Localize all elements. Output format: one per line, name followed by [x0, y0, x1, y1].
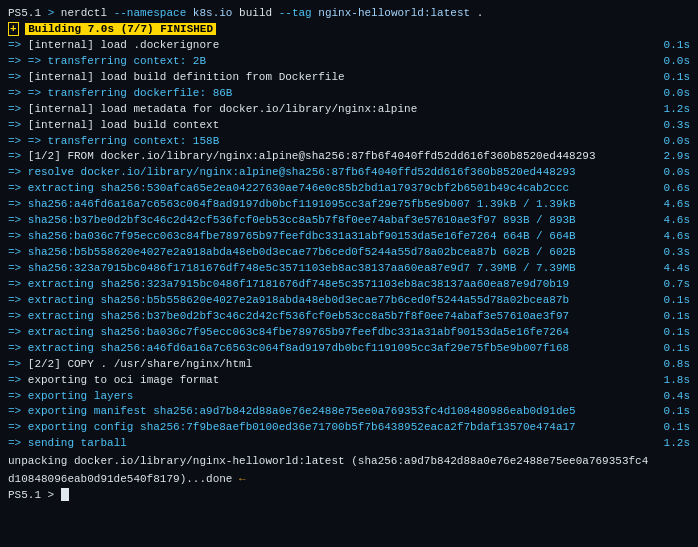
command-line: PS5.1 > nerdctl --namespace k8s.io build…	[8, 6, 690, 22]
arrow-26: =>	[8, 437, 28, 449]
arrow-4: =>	[8, 87, 28, 99]
line-sha-323: => sha256:323a7915bc0486f17181676df748e5…	[8, 261, 690, 277]
line-transfer-context-158b: => => transferring context: 158B 0.0s	[8, 134, 690, 150]
arrow-9: =>	[8, 166, 28, 178]
arrow-17: =>	[8, 294, 28, 306]
arrow-18: =>	[8, 310, 28, 322]
arrow-6: =>	[8, 119, 28, 131]
cmd-dot: .	[477, 7, 484, 19]
build-header-line: + Building 7.0s (7/7) FINISHED	[8, 22, 690, 38]
arrow-13: =>	[8, 230, 28, 242]
arrow-16: =>	[8, 278, 28, 290]
val-tag: nginx-helloworld:latest	[318, 7, 476, 19]
arrow-20: =>	[8, 342, 28, 354]
line-transfer-dockerfile: => => transferring dockerfile: 86B 0.0s	[8, 86, 690, 102]
line-export-manifest: => exporting manifest sha256:a9d7b842d88…	[8, 404, 690, 420]
line-copy: => [2/2] COPY . /usr/share/nginx/html 0.…	[8, 357, 690, 373]
arrow-1: =>	[8, 39, 28, 51]
final-prompt-line[interactable]: PS5.1 >	[8, 488, 690, 504]
bracket-plus-icon: +	[8, 22, 19, 36]
line-sending-tarball: => sending tarball 1.2s	[8, 436, 690, 452]
arrow-7: =>	[8, 135, 28, 147]
arrow-24: =>	[8, 405, 28, 417]
unpacking-line: unpacking docker.io/library/nginx-hellow…	[8, 454, 690, 470]
line-resolve: => resolve docker.io/library/nginx:alpin…	[8, 165, 690, 181]
line-export-oci: => exporting to oci image format 1.8s	[8, 373, 690, 389]
line-sha-a46: => sha256:a46fd6a16a7c6563c064f8ad9197db…	[8, 197, 690, 213]
ps-prompt: PS5.1	[8, 7, 41, 19]
line-dockerignore: => [internal] load .dockerignore 0.1s	[8, 38, 690, 54]
arrow-3: =>	[8, 71, 28, 83]
line-sha-ba0: => sha256:ba036c7f95ecc063c84fbe789765b9…	[8, 229, 690, 245]
arrow-10: =>	[8, 182, 28, 194]
line-sha-b37: => sha256:b37be0d2bf3c46c2d42cf536fcf0eb…	[8, 213, 690, 229]
line-extract-323: => extracting sha256:323a7915bc0486f1718…	[8, 277, 690, 293]
val-namespace: k8s.io	[193, 7, 239, 19]
arrow-8: =>	[8, 150, 28, 162]
line-extract-530: => extracting sha256:530afca65e2ea042276…	[8, 181, 690, 197]
flag-namespace: --namespace	[114, 7, 193, 19]
final-ps-prompt: PS5.1 >	[8, 489, 61, 501]
prompt-symbol: >	[48, 7, 61, 19]
arrow-12: =>	[8, 214, 28, 226]
line-extract-ba0: => extracting sha256:ba036c7f95ecc063c84…	[8, 325, 690, 341]
flag-tag: --tag	[279, 7, 319, 19]
line-load-dockerfile: => [internal] load build definition from…	[8, 70, 690, 86]
arrow-15: =>	[8, 262, 28, 274]
arrow-23: =>	[8, 390, 28, 402]
line-extract-b37: => extracting sha256:b37be0d2bf3c46c2d42…	[8, 309, 690, 325]
cmd-build: build	[239, 7, 279, 19]
terminal-window: PS5.1 > nerdctl --namespace k8s.io build…	[0, 0, 698, 547]
arrow-21: =>	[8, 358, 28, 370]
cursor-block	[61, 488, 69, 501]
arrow-5: =>	[8, 103, 28, 115]
line-transfer-context-2b: => => transferring context: 2B 0.0s	[8, 54, 690, 70]
arrow-22: =>	[8, 374, 28, 386]
arrow-25: =>	[8, 421, 28, 433]
line-extract-b5b: => extracting sha256:b5b558620e4027e2a91…	[8, 293, 690, 309]
arrow-2: =>	[8, 55, 28, 67]
line-export-config: => exporting config sha256:7f9be8aefb010…	[8, 420, 690, 436]
arrow-14: =>	[8, 246, 28, 258]
line-export-layers: => exporting layers 0.4s	[8, 389, 690, 405]
line-extract-a46: => extracting sha256:a46fd6a16a7c6563c06…	[8, 341, 690, 357]
line-load-build-context: => [internal] load build context 0.3s	[8, 118, 690, 134]
command-namespace: nerdctl	[61, 7, 114, 19]
arrow-19: =>	[8, 326, 28, 338]
line-from: => [1/2] FROM docker.io/library/nginx:al…	[8, 149, 690, 165]
line-sha-b5b: => sha256:b5b558620e4027e2a918abda48eb0d…	[8, 245, 690, 261]
arrow-11: =>	[8, 198, 28, 210]
line-load-metadata: => [internal] load metadata for docker.i…	[8, 102, 690, 118]
build-status-badge: Building 7.0s (7/7) FINISHED	[25, 23, 216, 35]
unpacking-line-2: d10848096eab0d91de540f8179)...done ←	[8, 472, 690, 488]
arrow-done-icon: ←	[239, 473, 246, 485]
